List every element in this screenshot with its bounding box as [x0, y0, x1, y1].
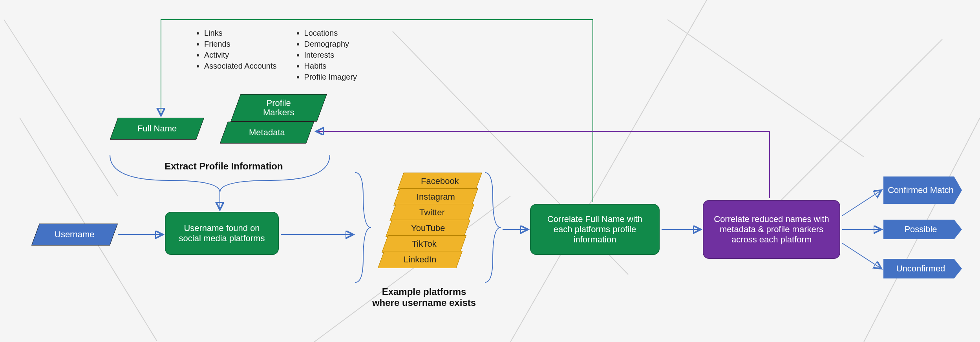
list-item: Demography	[304, 38, 357, 49]
list-item: Friends	[204, 38, 277, 49]
step-username-found: Username found on social media platforms	[165, 212, 279, 255]
list-item: Profile Imagery	[304, 71, 357, 82]
label: Possible	[904, 224, 937, 235]
platform-item: TikTok	[382, 235, 466, 253]
label: Username found on social media platforms	[173, 223, 271, 244]
label: Profile Markers	[260, 98, 297, 117]
data-full-name: Full Name	[110, 118, 204, 140]
label: Instagram	[413, 192, 458, 202]
label: YouTube	[408, 223, 448, 233]
profile-markers-list: Links Friends Activity Associated Accoun…	[192, 27, 357, 82]
label: Full Name	[134, 124, 180, 134]
data-metadata: Metadata	[220, 122, 314, 144]
label: Twitter	[416, 207, 448, 218]
platform-item: Instagram	[393, 188, 478, 206]
label: Facebook	[418, 176, 462, 186]
label: Username	[51, 229, 97, 240]
platform-item: Facebook	[397, 173, 482, 190]
list-item: Interests	[304, 49, 357, 60]
label: TikTok	[409, 239, 440, 249]
platform-item: Twitter	[389, 204, 474, 221]
label: Confirmed Match	[888, 185, 954, 195]
markers-col1: Links Friends Activity Associated Accoun…	[192, 27, 277, 82]
list-item: Habits	[304, 60, 357, 71]
list-item: Activity	[204, 49, 277, 60]
label: LinkedIn	[400, 255, 439, 265]
markers-col2: Locations Demography Interests Habits Pr…	[293, 27, 357, 82]
extract-caption: Extract Profile Information	[141, 161, 306, 172]
label: Metadata	[246, 127, 288, 138]
label: Correlate Full Name with each platforms …	[538, 214, 652, 245]
data-username: Username	[31, 224, 118, 246]
label: Correlate reduced names with metadata & …	[711, 214, 832, 245]
list-item: Locations	[304, 27, 357, 38]
output-possible: Possible	[883, 220, 962, 239]
platform-item: YouTube	[386, 220, 470, 237]
platform-item: LinkedIn	[378, 251, 463, 268]
label: Unconfirmed	[896, 264, 945, 274]
step-correlate-name: Correlate Full Name with each platforms …	[530, 204, 660, 255]
data-profile-markers: Profile Markers	[230, 94, 327, 122]
platforms-caption: Example platforms where username exists	[369, 286, 479, 308]
list-item: Associated Accounts	[204, 60, 277, 71]
platforms-stack: Facebook Instagram Twitter YouTube TikTo…	[381, 173, 459, 268]
output-confirmed: Confirmed Match	[883, 176, 962, 204]
output-unconfirmed: Unconfirmed	[883, 259, 962, 278]
step-correlate-metadata: Correlate reduced names with metadata & …	[703, 200, 840, 259]
list-item: Links	[204, 27, 277, 38]
